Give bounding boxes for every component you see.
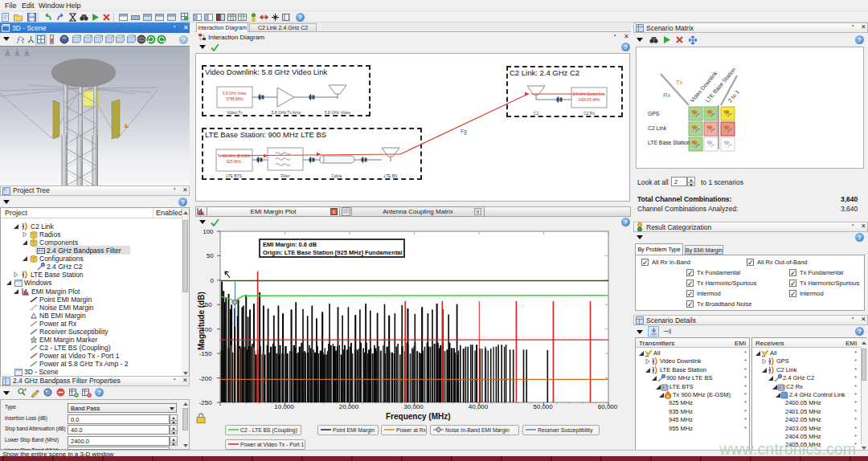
svg-text:Rx: Rx [663, 92, 670, 99]
svg-text:Fg: Fg [461, 129, 467, 135]
svg-text:LTE BS: LTE BS [384, 173, 399, 178]
svg-text:5.8 GHz Video: 5.8 GHz Video [223, 92, 247, 96]
svg-text:5.8 GHz Tx Amp: 5.8 GHz Tx Amp [272, 110, 301, 115]
svg-text:C2 Rx: C2 Rx [583, 111, 595, 116]
svg-text:Filter: Filter [280, 173, 289, 178]
svg-text:5785 MHz: 5785 MHz [227, 97, 244, 101]
svg-text:C2 Link: C2 Link [648, 125, 667, 131]
svg-text:5.8 GHz Video: 5.8 GHz Video [325, 110, 351, 115]
svg-text:Video Tx: Video Tx [227, 110, 243, 115]
svg-text:LTE Base Station: LTE Base Station [648, 140, 690, 145]
svg-text:Cable: Cable [331, 173, 342, 178]
svg-text:Video Downlink: Video Downlink [689, 70, 719, 104]
svg-text:GPS: GPS [648, 111, 660, 116]
svg-text:2400.05 MHz: 2400.05 MHz [578, 98, 600, 102]
svg-text:LTE BTS: LTE BTS [226, 173, 243, 178]
svg-text:C2: C2 [534, 111, 539, 116]
svg-text:Tx: Tx [676, 79, 683, 86]
svg-text:925 MHz: 925 MHz [227, 160, 242, 164]
